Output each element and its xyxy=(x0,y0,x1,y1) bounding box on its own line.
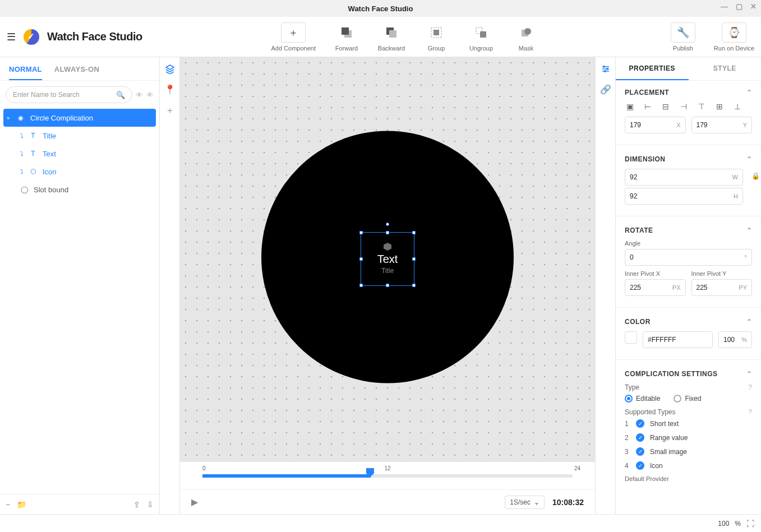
placement-x-input[interactable]: 179X xyxy=(625,117,686,133)
section-title: COMPLICATION SETTINGS xyxy=(625,370,718,378)
canvas-viewport[interactable]: Text Title xyxy=(180,57,595,461)
complication-slot-icon: ◉ xyxy=(17,114,25,122)
align-fit-icon[interactable]: ▣ xyxy=(625,102,635,111)
layer-label: Circle Complication xyxy=(30,114,93,122)
supported-type-row[interactable]: 3✓ Small image xyxy=(625,447,752,456)
check-on-icon: ✓ xyxy=(636,419,644,428)
layer-title[interactable]: ⤵ T Title xyxy=(0,127,159,145)
radio-off-icon xyxy=(674,395,681,403)
angle-input[interactable]: 0° xyxy=(625,249,752,266)
fit-screen-icon[interactable]: ⛶ xyxy=(746,519,754,528)
resize-handle[interactable] xyxy=(359,231,363,234)
text-icon: T xyxy=(29,150,37,158)
eye-hide-icon[interactable]: 👁 xyxy=(146,91,154,99)
resize-handle[interactable] xyxy=(386,284,389,287)
resize-handle[interactable] xyxy=(412,231,416,234)
close-icon[interactable]: ✕ xyxy=(750,2,757,11)
align-bottom-icon[interactable]: ⊥ xyxy=(732,102,742,111)
radio-fixed[interactable]: Fixed xyxy=(674,395,701,403)
window-titlebar: Watch Face Studio — ▢ ✕ xyxy=(0,0,761,17)
resize-handle[interactable] xyxy=(386,231,389,234)
ungroup-icon xyxy=(469,22,494,43)
layer-list: ▾ ◉ Circle Complication ⤵ T Title ⤵ T Te… xyxy=(0,109,159,494)
play-icon[interactable]: ▶ xyxy=(191,497,198,507)
backward-button[interactable]: Backward xyxy=(377,22,405,52)
tab-normal[interactable]: NORMAL xyxy=(9,65,42,80)
layers-tool-icon[interactable] xyxy=(165,64,175,74)
complication-text-preview: Text xyxy=(377,253,398,266)
zoom-value[interactable]: 100 xyxy=(718,520,729,528)
svg-point-11 xyxy=(606,68,608,70)
align-right-icon[interactable]: ⊣ xyxy=(679,102,689,111)
align-top-icon[interactable]: ⊤ xyxy=(697,102,707,111)
pin-tool-icon[interactable]: 📍 xyxy=(164,84,176,95)
resize-handle[interactable] xyxy=(359,284,363,287)
rotate-handle[interactable] xyxy=(386,223,389,226)
forward-button[interactable]: Forward xyxy=(333,22,361,52)
help-icon[interactable]: ? xyxy=(748,408,752,416)
chevron-up-icon[interactable]: ⌃ xyxy=(746,89,753,96)
align-center-h-icon[interactable]: ⊟ xyxy=(661,102,671,111)
supported-type-row[interactable]: 2✓ Range value xyxy=(625,433,752,442)
link-icon[interactable]: 🔗 xyxy=(600,84,611,95)
folder-icon[interactable]: 📁 xyxy=(17,500,26,509)
svg-point-9 xyxy=(524,28,531,35)
chevron-up-icon[interactable]: ⌃ xyxy=(746,370,753,378)
resize-handle[interactable] xyxy=(412,257,416,261)
color-swatch[interactable] xyxy=(625,331,637,344)
hamburger-icon[interactable]: ☰ xyxy=(7,31,16,43)
timeline[interactable]: 0 12 24 xyxy=(180,461,595,489)
selection-box[interactable]: Text Title xyxy=(361,232,414,286)
canvas-area: Text Title 0 12 24 ▶ xyxy=(180,57,595,514)
add-tool-icon[interactable]: ＋ xyxy=(165,105,174,117)
color-opacity-input[interactable]: 100% xyxy=(718,331,752,348)
dimension-w-input[interactable]: 92W xyxy=(625,169,743,186)
dimension-h-input[interactable]: 92H xyxy=(625,188,743,205)
align-center-v-icon[interactable]: ⊞ xyxy=(714,102,725,111)
type-label: Type xyxy=(625,383,639,391)
remove-icon[interactable]: − xyxy=(6,500,10,509)
radio-editable[interactable]: Editable xyxy=(625,395,660,403)
chevron-up-icon[interactable]: ⌃ xyxy=(746,155,753,163)
supported-type-row[interactable]: 4✓ Icon xyxy=(625,461,752,470)
timeline-fill xyxy=(202,474,371,478)
check-on-icon: ✓ xyxy=(636,447,644,456)
tab-properties[interactable]: PROPERTIES xyxy=(616,57,689,80)
search-input[interactable]: Enter Name to Search 🔍 xyxy=(6,86,132,103)
group-button[interactable]: Group xyxy=(422,22,450,52)
sliders-icon[interactable] xyxy=(601,64,611,74)
minimize-icon[interactable]: — xyxy=(721,2,728,11)
placement-y-input[interactable]: 179Y xyxy=(691,117,753,133)
resize-handle[interactable] xyxy=(359,257,363,261)
add-component-button[interactable]: ＋ Add Component xyxy=(271,22,316,52)
align-left-icon[interactable]: ⊢ xyxy=(643,102,653,111)
chevron-up-icon[interactable]: ⌃ xyxy=(746,226,753,234)
color-hex-input[interactable]: #FFFFFF xyxy=(643,331,713,348)
search-row: Enter Name to Search 🔍 👁 👁 xyxy=(0,81,159,109)
upload-icon[interactable]: ⇪ xyxy=(133,500,140,509)
text-icon: T xyxy=(29,132,37,140)
type-radio-group: Editable Fixed xyxy=(625,395,752,403)
supported-type-row[interactable]: 1✓ Short text xyxy=(625,419,752,428)
help-icon[interactable]: ? xyxy=(748,383,752,391)
pivot-y-input[interactable]: 225PY xyxy=(691,279,753,296)
layer-text[interactable]: ⤵ T Text xyxy=(0,145,159,163)
lock-aspect-icon[interactable]: 🔒 xyxy=(751,172,760,180)
run-on-device-button[interactable]: ⌚ Run on Device xyxy=(714,22,754,52)
chevron-up-icon[interactable]: ⌃ xyxy=(746,318,753,326)
pivot-x-input[interactable]: 225PX xyxy=(625,279,686,296)
ungroup-button[interactable]: Ungroup xyxy=(467,22,495,52)
eye-show-icon[interactable]: 👁 xyxy=(136,91,143,99)
publish-button[interactable]: 🔧 Publish xyxy=(669,22,697,52)
layer-label: Icon xyxy=(43,168,57,176)
maximize-icon[interactable]: ▢ xyxy=(736,2,742,11)
tab-always-on[interactable]: ALWAYS-ON xyxy=(54,65,99,80)
download-icon[interactable]: ⇩ xyxy=(147,500,154,509)
layer-circle-complication[interactable]: ▾ ◉ Circle Complication xyxy=(3,109,156,127)
tab-style[interactable]: STYLE xyxy=(689,57,762,80)
layer-icon[interactable]: ⤵ ⬡ Icon xyxy=(0,163,159,181)
resize-handle[interactable] xyxy=(412,284,416,287)
mask-button[interactable]: Mask xyxy=(512,22,540,52)
layer-slot-bound[interactable]: ◯ Slot bound xyxy=(0,181,159,198)
speed-select[interactable]: 1S/sec ⌄ xyxy=(505,496,545,509)
